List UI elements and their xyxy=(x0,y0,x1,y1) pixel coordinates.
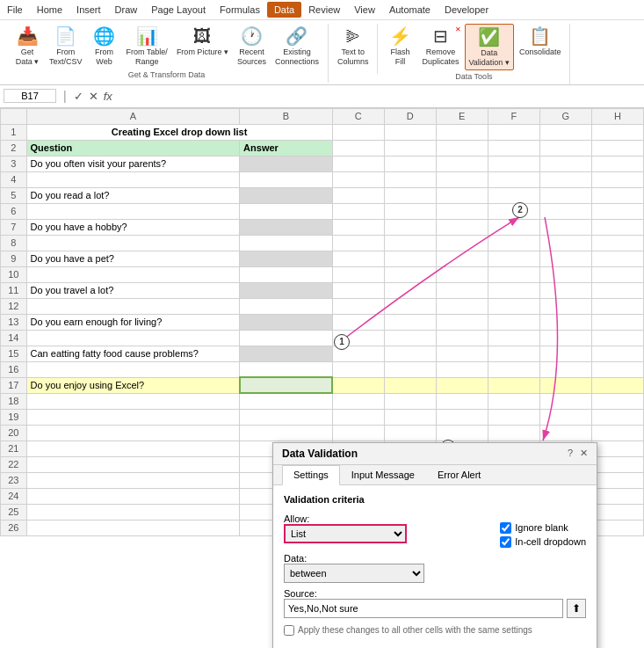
col-header-d[interactable]: D xyxy=(384,108,436,124)
cell-9d[interactable] xyxy=(384,251,436,266)
cell-17h[interactable] xyxy=(591,377,643,393)
cell-10h[interactable] xyxy=(591,266,643,282)
cell-8h[interactable] xyxy=(591,235,643,251)
source-picker-button[interactable]: ⬆ xyxy=(567,599,586,618)
function-icon[interactable]: fx xyxy=(104,90,112,103)
menu-insert[interactable]: Insert xyxy=(69,2,108,18)
cell-13b[interactable] xyxy=(240,314,332,330)
cell-2g[interactable] xyxy=(539,140,591,156)
cell-7h[interactable] xyxy=(591,219,643,235)
cell-15g[interactable] xyxy=(539,346,591,361)
cell-2f[interactable] xyxy=(488,140,539,156)
cell-7c[interactable] xyxy=(332,219,384,235)
cell-12b[interactable] xyxy=(240,298,332,314)
cell-15b[interactable] xyxy=(240,346,332,361)
cell-5e[interactable] xyxy=(436,187,488,203)
existing-connections-button[interactable]: 🔗 ExistingConnections xyxy=(271,24,322,69)
cell-5c[interactable] xyxy=(332,187,384,203)
menu-developer[interactable]: Developer xyxy=(438,2,496,18)
cell-6d[interactable] xyxy=(384,203,436,219)
col-header-h[interactable]: H xyxy=(591,108,643,124)
cell-14e[interactable] xyxy=(436,330,488,346)
cell-17c[interactable] xyxy=(332,377,384,393)
cell-3c[interactable] xyxy=(332,156,384,171)
formula-input[interactable] xyxy=(116,90,640,102)
recent-sources-button[interactable]: 🕐 RecentSources xyxy=(234,24,270,69)
dialog-tab-input-message[interactable]: Input Message xyxy=(340,465,426,484)
cell-8g[interactable] xyxy=(539,235,591,251)
from-table-range-button[interactable]: 📊 From Table/Range xyxy=(123,24,171,69)
cell-9h[interactable] xyxy=(591,251,643,266)
cell-1g[interactable] xyxy=(539,124,591,140)
dialog-tab-settings[interactable]: Settings xyxy=(282,465,340,485)
cell-2e[interactable] xyxy=(436,140,488,156)
cell-9c[interactable] xyxy=(332,251,384,266)
col-header-f[interactable]: F xyxy=(488,108,539,124)
cell-12e[interactable] xyxy=(436,298,488,314)
cell-10c[interactable] xyxy=(332,266,384,282)
cell-5b[interactable] xyxy=(240,187,332,203)
cell-13d[interactable] xyxy=(384,314,436,330)
cell-11e[interactable] xyxy=(436,282,488,298)
cell-17g[interactable] xyxy=(539,377,591,393)
cell-4b[interactable] xyxy=(240,171,332,187)
cell-11d[interactable] xyxy=(384,282,436,298)
cell-4a[interactable] xyxy=(26,171,240,187)
menu-view[interactable]: View xyxy=(347,2,382,18)
cell-2h[interactable] xyxy=(591,140,643,156)
dialog-tab-error-alert[interactable]: Error Alert xyxy=(426,465,493,484)
cell-17d[interactable] xyxy=(384,377,436,393)
cell-11c[interactable] xyxy=(332,282,384,298)
menu-pagelayout[interactable]: Page Layout xyxy=(144,2,213,18)
menu-automate[interactable]: Automate xyxy=(382,2,438,18)
cell-7b[interactable] xyxy=(240,219,332,235)
cell-16g[interactable] xyxy=(539,361,591,377)
cell-13c[interactable] xyxy=(332,314,384,330)
cell-1f[interactable] xyxy=(488,124,539,140)
cell-12g[interactable] xyxy=(539,298,591,314)
dialog-help-button[interactable]: ? xyxy=(568,448,573,459)
cell-13a[interactable]: Do you earn enough for living? xyxy=(26,314,240,330)
allow-select[interactable]: List Any value Whole number Decimal Date… xyxy=(284,524,407,543)
cell-3d[interactable] xyxy=(384,156,436,171)
cell-15d[interactable] xyxy=(384,346,436,361)
cell-11f[interactable] xyxy=(488,282,539,298)
cell-1d[interactable] xyxy=(384,124,436,140)
cell-7a[interactable]: Do you have a hobby? xyxy=(26,219,240,235)
cell-17e[interactable] xyxy=(436,377,488,393)
cell-16c[interactable] xyxy=(332,361,384,377)
apply-note-checkbox[interactable] xyxy=(284,625,294,636)
cell-1e[interactable] xyxy=(436,124,488,140)
from-picture-button[interactable]: 🖼 From Picture ▾ xyxy=(173,24,232,59)
cell-9e[interactable] xyxy=(436,251,488,266)
cell-16h[interactable] xyxy=(591,361,643,377)
from-web-button[interactable]: 🌐 FromWeb xyxy=(88,24,121,69)
cell-7e[interactable] xyxy=(436,219,488,235)
cell-15f[interactable] xyxy=(488,346,539,361)
cell-15a[interactable]: Can eatting fatty food cause problems? xyxy=(26,346,240,361)
header-answer[interactable]: Answer xyxy=(240,140,332,156)
menu-formulas[interactable]: Formulas xyxy=(213,2,267,18)
cell-10f[interactable] xyxy=(488,266,539,282)
cell-14h[interactable] xyxy=(591,330,643,346)
cell-1c[interactable] xyxy=(332,124,384,140)
cell-11a[interactable]: Do you travel a lot? xyxy=(26,282,240,298)
cell-5a[interactable]: Do you read a lot? xyxy=(26,187,240,203)
cell-11g[interactable] xyxy=(539,282,591,298)
data-validation-button[interactable]: ✅ DataValidation ▾ xyxy=(465,24,514,70)
menu-draw[interactable]: Draw xyxy=(108,2,145,18)
consolidate-button[interactable]: 📋 Consolidate xyxy=(516,24,565,59)
cell-8e[interactable] xyxy=(436,235,488,251)
cell-3e[interactable] xyxy=(436,156,488,171)
cell-6b[interactable] xyxy=(240,203,332,219)
cell-11b[interactable] xyxy=(240,282,332,298)
cell-12h[interactable] xyxy=(591,298,643,314)
cell-3h[interactable] xyxy=(591,156,643,171)
cell-15e[interactable] xyxy=(436,346,488,361)
cell-8d[interactable] xyxy=(384,235,436,251)
cell-6c[interactable] xyxy=(332,203,384,219)
in-cell-dropdown-checkbox[interactable] xyxy=(500,536,511,548)
cell-15h[interactable] xyxy=(591,346,643,361)
cell-14a[interactable] xyxy=(26,330,240,346)
title-cell[interactable]: Creating Excel drop down list xyxy=(26,124,332,140)
